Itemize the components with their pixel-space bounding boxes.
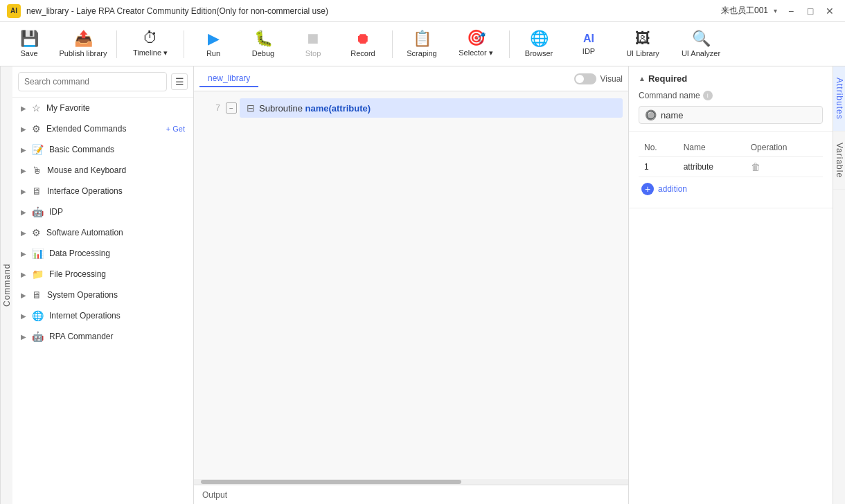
toolbar-divider-2 — [184, 30, 184, 58]
ui-library-button[interactable]: 🖼 UI Library — [615, 25, 670, 64]
command-name-value: name — [661, 110, 684, 120]
timeline-button[interactable]: ⏱ Timeline ▾ — [123, 25, 178, 64]
save-button[interactable]: 💾 Save — [6, 25, 53, 64]
publish-label: Publish library — [59, 49, 107, 57]
ui-analyzer-button[interactable]: 🔍 UI Analyzer — [673, 25, 729, 64]
editor-area: new_library Visual 7 − ⊟ — [194, 66, 628, 504]
tab-new-library[interactable]: new_library — [199, 71, 258, 87]
command-icon: 🔘 — [645, 109, 657, 120]
sidebar-item-label: IDP — [49, 207, 63, 217]
toggle-knob — [576, 75, 584, 83]
command-name-input[interactable]: 🔘 name — [639, 106, 823, 124]
extended-icon: ⚙ — [32, 123, 41, 134]
stop-label: Stop — [305, 49, 321, 57]
row-name: attribute — [678, 157, 745, 177]
scraping-label: Scraping — [407, 49, 436, 57]
sidebar-item-system[interactable]: ▶ 🖥 System Operations — [12, 285, 193, 305]
sidebar-item-label: System Operations — [47, 290, 118, 300]
record-icon: ⏺ — [355, 31, 371, 46]
browser-label: Browser — [525, 49, 553, 57]
sidebar-item-extended[interactable]: ▶ ⚙ Extended Commands + Get — [12, 118, 193, 139]
software-icon: ⚙ — [32, 227, 41, 238]
sidebar-item-file[interactable]: ▶ 📁 File Processing — [12, 264, 193, 285]
scrollbar-thumb — [201, 480, 461, 484]
publish-library-button[interactable]: 📤 Publish library — [55, 25, 111, 64]
record-button[interactable]: ⏺ Record — [339, 25, 386, 64]
close-button[interactable]: ✕ — [821, 3, 838, 19]
stop-button[interactable]: ⏹ Stop — [290, 25, 337, 64]
run-icon: ▶ — [208, 31, 220, 46]
code-content: 7 − ⊟ Subroutine name(attribute) — [194, 91, 628, 479]
toggle-switch[interactable] — [574, 73, 596, 84]
row-no: 1 — [639, 157, 678, 177]
selector-button[interactable]: 🎯 Selector ▾ — [448, 25, 504, 64]
main-container: Command ☰ ▶ ☆ My Favorite ▶ ⚙ Extended C… — [0, 66, 845, 504]
idp-toolbar-button[interactable]: AI IDP — [565, 25, 612, 64]
expand-icon: ▶ — [21, 188, 26, 195]
visual-toggle[interactable]: Visual — [574, 73, 623, 84]
code-area: 7 − ⊟ Subroutine name(attribute) Output — [194, 91, 628, 504]
get-label[interactable]: + Get — [166, 125, 185, 133]
horizontal-scrollbar[interactable] — [194, 479, 628, 485]
addition-button[interactable]: + addition — [639, 177, 690, 201]
info-icon[interactable]: i — [703, 91, 713, 100]
sidebar-item-basic[interactable]: ▶ 📝 Basic Commands — [12, 139, 193, 160]
title-bar: AI new_library - Laiye RPA Creator Commu… — [0, 0, 845, 22]
required-label: Required — [648, 73, 687, 84]
internet-icon: 🌐 — [32, 310, 44, 321]
search-submit-button[interactable]: ☰ — [171, 73, 188, 90]
line-number: 7 — [199, 103, 220, 113]
chevron-icon: ▲ — [639, 75, 646, 82]
selector-icon: 🎯 — [467, 30, 486, 46]
expand-icon: ▶ — [21, 291, 26, 299]
sidebar-item-mouse[interactable]: ▶ 🖱 Mouse and Keyboard — [12, 160, 193, 181]
run-button[interactable]: ▶ Run — [190, 25, 237, 64]
sidebar-item-data[interactable]: ▶ 📊 Data Processing — [12, 243, 193, 264]
sidebar-item-label: Extended Commands — [46, 124, 126, 134]
sidebar-item-software[interactable]: ▶ ⚙ Software Automation — [12, 222, 193, 243]
expand-icon: ▶ — [21, 250, 26, 258]
sidebar-item-label: Internet Operations — [49, 311, 121, 321]
app-title: new_library - Laiye RPA Creator Communit… — [26, 6, 328, 16]
search-input[interactable] — [18, 72, 167, 91]
stop-icon: ⏹ — [305, 31, 321, 46]
timeline-label: Timeline ▾ — [133, 48, 168, 57]
window-controls: − □ ✕ — [783, 3, 838, 19]
delete-button[interactable]: 🗑 — [751, 161, 760, 172]
save-label: Save — [20, 49, 37, 57]
expand-icon: ▶ — [21, 146, 26, 154]
sidebar-item-internet[interactable]: ▶ 🌐 Internet Operations — [12, 305, 193, 326]
browser-button[interactable]: 🌐 Browser — [515, 25, 562, 64]
table-row: 1 attribute 🗑 — [639, 157, 823, 177]
run-label: Run — [206, 49, 220, 57]
right-labels: Attributes Variable — [833, 66, 845, 504]
mouse-icon: 🖱 — [32, 165, 42, 176]
record-label: Record — [350, 49, 375, 57]
attributes-tab[interactable]: Attributes — [833, 66, 846, 132]
publish-icon: 📤 — [74, 31, 93, 46]
interface-icon: 🖥 — [32, 186, 42, 197]
chevron-down-icon[interactable]: ▾ — [774, 7, 777, 15]
ui-analyzer-icon: 🔍 — [692, 31, 711, 46]
sidebar-label: Command — [0, 66, 12, 504]
scraping-button[interactable]: 📋 Scraping — [398, 25, 445, 64]
sidebar-item-interface[interactable]: ▶ 🖥 Interface Operations — [12, 181, 193, 201]
ui-library-label: UI Library — [626, 49, 659, 57]
col-operation: Operation — [745, 138, 823, 157]
toolbar-divider-1 — [116, 30, 117, 58]
sidebar-item-my-favorite[interactable]: ▶ ☆ My Favorite — [12, 98, 193, 118]
attributes-panel: ▲ Required Command name i 🔘 name No. Na — [628, 66, 833, 504]
maximize-button[interactable]: □ — [802, 3, 819, 19]
toolbar-divider-4 — [509, 30, 510, 58]
sidebar-item-rpa[interactable]: ▶ 🤖 RPA Commander — [12, 326, 193, 347]
sidebar-item-idp[interactable]: ▶ 🤖 IDP — [12, 201, 193, 222]
debug-button[interactable]: 🐛 Debug — [240, 25, 287, 64]
collapse-button[interactable]: − — [226, 102, 237, 114]
required-title: ▲ Required — [639, 73, 823, 84]
debug-icon: 🐛 — [254, 31, 273, 46]
browser-icon: 🌐 — [530, 31, 549, 46]
variable-tab[interactable]: Variable — [833, 132, 846, 190]
line-content[interactable]: ⊟ Subroutine name(attribute) — [240, 98, 623, 118]
minimize-button[interactable]: − — [783, 3, 799, 19]
output-label: Output — [202, 490, 227, 500]
